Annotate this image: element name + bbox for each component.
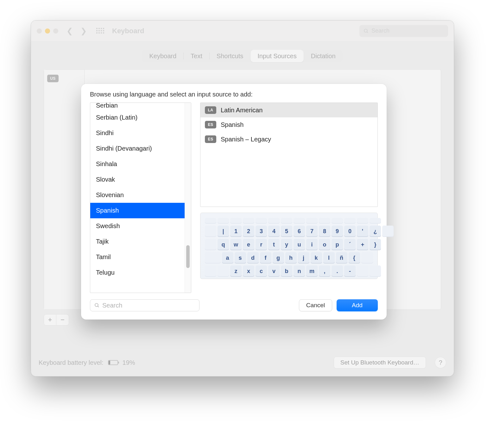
scrollbar-thumb[interactable] [186,245,190,268]
preview-key: - [344,265,356,277]
function-key-blank [230,218,242,224]
preview-key: ' [357,226,368,237]
preview-key: e [243,239,254,250]
preview-key: ñ [336,252,347,264]
input-source-label: Spanish – Legacy [221,136,271,143]
keyboard-preview: |1234567890'¿qwertyuiop´+}asdfghjklñ{zxc… [200,213,378,279]
preview-key: x [243,265,254,277]
function-key-blank [370,218,381,224]
function-key-blank [294,218,305,224]
preview-key: h [285,252,297,264]
function-key-blank [357,218,368,224]
spacer-key [370,265,381,277]
spacer-key [382,226,394,237]
language-item[interactable]: Tamil [90,249,191,265]
language-item[interactable]: Swedish [90,218,191,234]
function-key-blank [332,218,343,224]
spacer-key [357,265,368,277]
preview-key: i [306,239,318,250]
preview-key: y [281,239,292,250]
preview-key: z [230,265,242,277]
preview-key: q [218,239,229,250]
language-item[interactable]: Tajik [90,234,191,249]
preview-key: 1 [230,226,242,237]
input-source-item[interactable]: ESSpanish [200,117,377,132]
preview-key: v [268,265,280,277]
language-item[interactable]: Spanish [90,203,191,218]
svg-line-3 [98,306,99,307]
lang-chip: ES [205,121,216,128]
preview-key: 5 [281,226,292,237]
preview-key: | [218,226,229,237]
language-item[interactable]: Serbian (Latin) [90,110,191,125]
language-item[interactable]: Slovak [90,172,191,187]
preview-key: b [281,265,292,277]
preview-key: 8 [319,226,330,237]
spacer-key [205,252,221,264]
preview-key: n [294,265,305,277]
function-key-blank [306,218,318,224]
preview-key: j [298,252,309,264]
preview-key: 2 [243,226,254,237]
language-item[interactable]: Telugu [90,265,191,280]
function-key-blank [319,218,330,224]
function-key-blank [268,218,280,224]
function-key-blank [256,218,267,224]
preview-key: f [260,252,271,264]
scrollbar-track[interactable] [185,103,191,293]
preview-key: + [357,239,368,250]
spacer-key [218,265,229,277]
language-list[interactable]: SerbianSerbian (Latin)SindhiSindhi (Deva… [90,103,191,293]
preview-key: w [230,239,242,250]
preview-key: 0 [344,226,356,237]
input-source-label: Spanish [221,121,244,128]
cancel-button[interactable]: Cancel [299,299,332,311]
function-key-blank [243,218,254,224]
language-item[interactable]: Sinhala [90,156,191,172]
input-source-label: Latin American [221,107,263,114]
language-item[interactable]: Slovenian [90,187,191,203]
language-search-field[interactable]: Search [90,299,200,311]
preview-key: . [332,265,343,277]
preview-key: , [319,265,330,277]
preview-key: u [294,239,305,250]
preview-key: m [306,265,318,277]
preview-key: 4 [268,226,280,237]
lang-chip: ES [205,135,216,143]
function-key-blank [281,218,292,224]
preview-key: { [349,252,360,264]
preview-key: ´ [344,239,356,250]
spacer-key [205,239,216,250]
spacer-key [205,265,216,277]
add-input-source-sheet: Browse using language and select an inpu… [81,84,387,320]
add-button[interactable]: Add [337,299,378,311]
preview-key: 7 [306,226,318,237]
input-source-item[interactable]: ESSpanish – Legacy [200,132,377,146]
function-key-blank [218,218,229,224]
search-icon [94,302,100,308]
function-key-blank [344,218,356,224]
preview-key: a [222,252,233,264]
language-item[interactable]: Sindhi [90,125,191,141]
preview-key: l [323,252,335,264]
language-item[interactable]: Sindhi (Devanagari) [90,141,191,156]
preview-key: g [273,252,284,264]
input-source-list[interactable]: LALatin AmericanESSpanishESSpanish – Leg… [200,103,378,207]
language-item[interactable]: Serbian [90,103,191,110]
preview-key: r [256,239,267,250]
sheet-instruction: Browse using language and select an inpu… [90,91,378,98]
preview-key: o [319,239,330,250]
preview-key: 9 [332,226,343,237]
preview-key: 6 [294,226,305,237]
lang-chip: LA [205,106,216,114]
input-source-item[interactable]: LALatin American [200,103,377,117]
function-key-blank [205,218,216,224]
svg-point-2 [95,303,98,307]
spacer-key [361,252,373,264]
preview-key: } [370,239,381,250]
preview-key: d [247,252,259,264]
preview-key: k [311,252,322,264]
preview-key: p [332,239,343,250]
spacer-key [205,226,216,237]
preview-key: t [268,239,280,250]
